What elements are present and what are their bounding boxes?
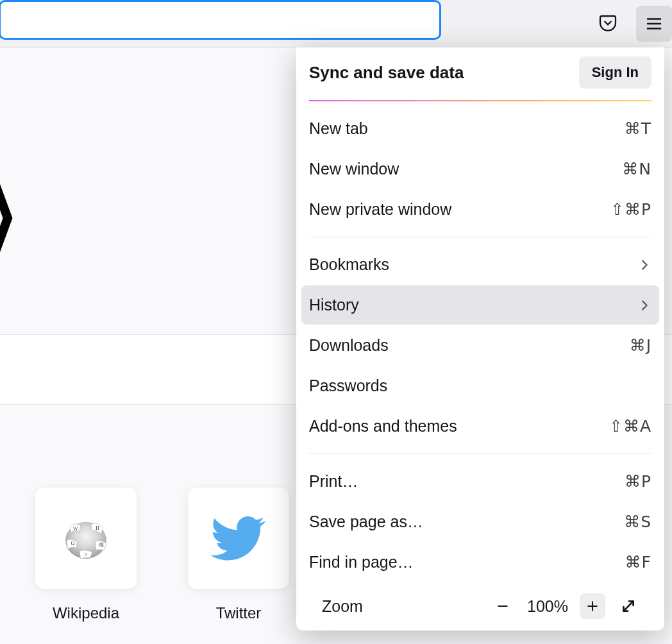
wikipedia-icon: W И Ω 维 ה [59, 511, 113, 565]
menu-item-passwords[interactable]: Passwords [301, 366, 659, 405]
gradient-separator [309, 100, 651, 101]
shortcut-twitter[interactable]: Twitter [188, 487, 289, 644]
plus-icon [586, 600, 599, 613]
menu-item-shortcut: ⌘F [625, 553, 651, 572]
svg-text:И: И [96, 525, 99, 531]
shortcut-label: Wikipedia [53, 604, 119, 622]
fullscreen-icon [620, 598, 637, 614]
menu-item-save-page-as[interactable]: Save page as… ⌘S [301, 502, 659, 541]
shortcut-tile [188, 487, 289, 589]
zoom-in-button[interactable] [580, 593, 605, 619]
browser-toolbar [0, 0, 672, 47]
menu-item-label: Bookmarks [309, 255, 389, 274]
menu-item-new-window[interactable]: New window ⌘N [301, 149, 659, 189]
menu-item-bookmarks[interactable]: Bookmarks [301, 245, 659, 284]
menu-item-addons-themes[interactable]: Add-ons and themes ⇧⌘A [301, 407, 659, 446]
menu-item-new-tab[interactable]: New tab ⌘T [301, 109, 659, 148]
menu-item-shortcut: ⇧⌘A [609, 417, 651, 436]
pocket-icon [598, 13, 618, 34]
shortcut-tile: W И Ω 维 ה [35, 487, 137, 589]
zoom-controls: 100% [490, 593, 641, 619]
pocket-button[interactable] [590, 6, 626, 42]
twitter-icon [210, 510, 267, 566]
hamburger-icon [644, 14, 664, 33]
menu-item-shortcut: ⌘J [630, 336, 651, 355]
menu-item-label: Add-ons and themes [309, 417, 457, 436]
menu-item-label: Find in page… [309, 553, 414, 572]
menu-item-history[interactable]: History [301, 285, 659, 325]
chevron-right-icon [637, 298, 651, 312]
menu-item-shortcut: ⌘T [625, 119, 651, 138]
menu-item-label: History [309, 296, 359, 314]
zoom-out-button[interactable] [490, 593, 516, 619]
sync-title: Sync and save data [309, 63, 464, 83]
menu-item-zoom: Zoom 100% [314, 583, 646, 624]
menu-item-label: Passwords [309, 377, 387, 395]
zoom-label: Zoom [322, 597, 363, 616]
menu-item-downloads[interactable]: Downloads ⌘J [301, 326, 659, 365]
firefox-wordmark-fragment [0, 167, 13, 269]
toolbar-right [590, 0, 672, 47]
menu-item-label: New window [309, 160, 399, 178]
svg-text:Ω: Ω [71, 541, 74, 547]
menu-item-label: Downloads [309, 336, 389, 355]
svg-text:维: 维 [99, 542, 104, 548]
menu-section-new: New tab ⌘T New window ⌘N New private win… [309, 101, 651, 237]
zoom-value: 100% [526, 597, 569, 616]
svg-line-12 [623, 601, 633, 611]
sign-in-button[interactable]: Sign In [579, 56, 651, 89]
hamburger-menu-button[interactable] [636, 6, 672, 42]
fullscreen-button[interactable] [616, 593, 641, 619]
menu-item-new-private-window[interactable]: New private window ⇧⌘P [301, 190, 659, 229]
menu-item-label: Save page as… [309, 513, 423, 531]
menu-item-shortcut: ⌘P [625, 472, 651, 491]
app-menu-panel: Sync and save data Sign In New tab ⌘T Ne… [296, 47, 664, 631]
menu-item-find-in-page[interactable]: Find in page… ⌘F [301, 543, 659, 582]
menu-item-shortcut: ⌘N [622, 160, 651, 178]
svg-text:ה: ה [84, 552, 87, 557]
minus-icon [496, 600, 509, 613]
menu-item-label: Print… [309, 472, 358, 491]
menu-section-page: Print… ⌘P Save page as… ⌘S Find in page…… [309, 454, 651, 631]
shortcut-label: Twitter [216, 604, 262, 622]
url-bar[interactable] [0, 0, 441, 40]
menu-item-shortcut: ⌘S [624, 513, 651, 531]
menu-item-shortcut: ⇧⌘P [610, 200, 651, 219]
shortcut-wikipedia[interactable]: W И Ω 维 ה Wikipedia [35, 487, 137, 644]
sync-row: Sync and save data Sign In [296, 56, 664, 100]
menu-item-label: New private window [309, 200, 451, 219]
menu-item-print[interactable]: Print… ⌘P [301, 462, 659, 501]
menu-item-label: New tab [309, 119, 368, 138]
chevron-right-icon [637, 258, 651, 272]
svg-text:W: W [73, 526, 78, 532]
menu-section-library: Bookmarks History Downloads ⌘J Passwords… [309, 237, 651, 454]
